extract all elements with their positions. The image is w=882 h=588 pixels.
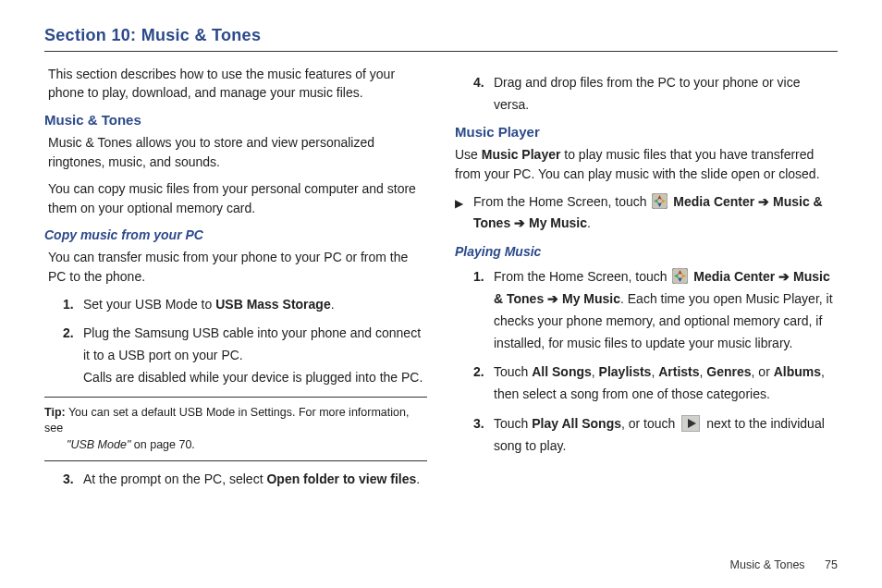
step-text: At the prompt on the PC, select Open fol… (83, 469, 427, 491)
two-column-layout: This section describes how to use the mu… (44, 65, 838, 498)
step-number: 1. (473, 266, 494, 288)
tip-block: Tip: You can set a default USB Mode in S… (44, 403, 427, 456)
step-text: Touch All Songs, Playlists, Artists, Gen… (494, 361, 838, 406)
list-item: 3. Touch Play All Songs, or touch next t… (473, 413, 838, 458)
heading-playing-music: Playing Music (455, 244, 838, 259)
body-text: Use Music Player to play music files tha… (455, 145, 838, 184)
page-number: 75 (825, 558, 838, 571)
play-button-icon (681, 415, 700, 432)
media-center-icon (672, 268, 688, 284)
list-item: 2. Touch All Songs, Playlists, Artists, … (473, 361, 838, 406)
step-text: From the Home Screen, touch Media Center… (494, 266, 838, 354)
step-text: Drag and drop files from the PC to your … (494, 72, 838, 116)
step-number: 2. (473, 361, 494, 384)
footer-section-label: Music & Tones (730, 558, 805, 571)
step-number: 3. (63, 469, 83, 491)
media-center-icon (652, 193, 668, 209)
tip-divider-bottom (44, 460, 427, 461)
bullet-item: ▶ From the Home Screen, touch Media Cent… (455, 191, 838, 236)
body-text: Music & Tones allows you to store and vi… (44, 133, 427, 172)
list-item: 3. At the prompt on the PC, select Open … (63, 469, 427, 491)
intro-paragraph: This section describes how to use the mu… (44, 65, 427, 103)
step-number: 2. (63, 323, 83, 345)
step-text: Plug the Samsung USB cable into your pho… (83, 323, 427, 388)
body-text: You can copy music files from your perso… (44, 179, 427, 218)
step-number: 4. (473, 72, 494, 94)
heading-copy-music: Copy music from your PC (44, 227, 427, 242)
left-column: This section describes how to use the mu… (44, 65, 427, 498)
page-footer: Music & Tones 75 (730, 558, 838, 571)
heading-music-player: Music Player (455, 124, 838, 140)
list-item: 4. Drag and drop files from the PC to yo… (473, 72, 838, 116)
step-text: Set your USB Mode to USB Mass Storage. (83, 294, 427, 316)
step-number: 3. (473, 413, 494, 435)
section-title: Section 10: Music & Tones (44, 26, 838, 45)
list-item: 1. Set your USB Mode to USB Mass Storage… (63, 294, 427, 316)
step-number: 1. (63, 294, 83, 316)
right-column: 4. Drag and drop files from the PC to yo… (455, 65, 838, 498)
bullet-text: From the Home Screen, touch Media Center… (473, 191, 838, 236)
heading-music-tones: Music & Tones (44, 112, 427, 128)
title-divider (44, 51, 838, 52)
list-item: 2. Plug the Samsung USB cable into your … (63, 323, 427, 388)
list-item: 1. From the Home Screen, touch Media Cen… (473, 266, 838, 354)
body-text: You can transfer music from your phone t… (44, 248, 427, 287)
bullet-marker-icon: ▶ (455, 191, 473, 213)
step-text: Touch Play All Songs, or touch next to t… (494, 413, 838, 458)
tip-label: Tip: (44, 406, 66, 419)
tip-divider-top (44, 397, 427, 398)
